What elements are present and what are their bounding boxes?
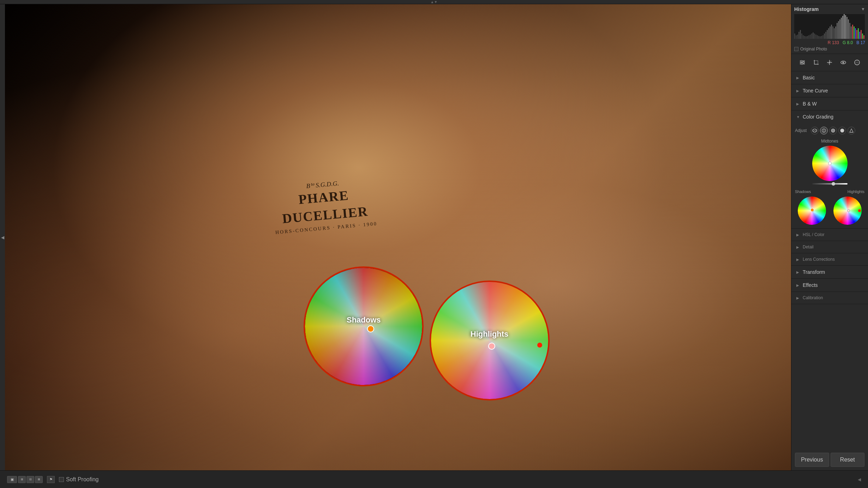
highlights-wheel-dot (847, 209, 850, 212)
tone-curve-collapse-arrow: ▶ (796, 89, 800, 93)
shadows-label: Shadows (795, 189, 811, 194)
svg-rect-40 (849, 23, 850, 39)
shadows-color-wheel[interactable] (798, 197, 826, 225)
svg-point-61 (813, 129, 816, 132)
svg-rect-14 (813, 32, 814, 39)
main-content: ◀ Bᵗᵉ S.G.D.G. PHARE DUCELLIER HORS-CONC… (0, 4, 868, 470)
adjust-label: Adjust (795, 128, 807, 133)
shadows-popup-overlay: Shadows (304, 266, 424, 386)
bw-section-header[interactable]: ▶ B & W (791, 97, 868, 110)
svg-rect-8 (804, 36, 805, 39)
original-photo-checkbox[interactable] (794, 47, 798, 51)
highlights-color-wheel-overlay (431, 282, 548, 399)
histogram-section: Histogram ▼ (791, 4, 868, 54)
hsl-section: ▶ HSL / Color (791, 229, 868, 241)
highlights-wheel-container (831, 197, 865, 225)
adjust-row: Adjust (795, 127, 864, 134)
shadows-highlights-labels: Shadows Highlights (795, 189, 864, 194)
heal-tool[interactable] (824, 57, 835, 68)
color-grading-section-header[interactable]: ▼ Color Grading (791, 110, 868, 123)
color-grading-content: Adjust (791, 123, 868, 228)
tone-curve-section-header[interactable]: ▶ Tone Curve (791, 84, 868, 97)
midtones-luminance-slider[interactable] (812, 183, 848, 185)
svg-rect-16 (815, 35, 816, 39)
detail-section: ▶ Detail (791, 241, 868, 253)
histogram-g-label: G 8.0 (843, 40, 853, 45)
svg-rect-23 (825, 32, 826, 39)
svg-rect-19 (820, 36, 821, 39)
adjust-blending-icon[interactable] (848, 127, 855, 134)
midtones-wheel-container[interactable] (795, 146, 864, 181)
left-panel-toggle[interactable]: ◀ (0, 4, 5, 470)
transform-section-header[interactable]: ▶ Transform (791, 266, 868, 278)
effects-section: ▶ Effects (791, 279, 868, 292)
grid-view-button[interactable]: ⊞ (18, 476, 26, 483)
effects-collapse-arrow: ▶ (796, 283, 800, 287)
develop-presets-tool[interactable] (797, 57, 808, 68)
effects-section-header[interactable]: ▶ Effects (791, 279, 868, 291)
svg-rect-11 (808, 35, 809, 39)
instrument-plate: Bᵗᵉ S.G.D.G. PHARE DUCELLIER HORS-CONCOU… (262, 176, 386, 236)
view-mode-buttons: ▣ ⊞ ⊟ ⊠ (7, 476, 43, 483)
histogram-arrow[interactable]: ▼ (861, 7, 865, 12)
adjust-all-icon[interactable] (811, 127, 819, 134)
hsl-section-header[interactable]: ▶ HSL / Color (791, 229, 868, 241)
highlights-color-wheel[interactable] (833, 197, 862, 225)
svg-rect-39 (848, 19, 849, 39)
color-grading-section-left: ▼ Color Grading (796, 114, 833, 120)
adjust-shadows-icon[interactable] (820, 127, 828, 134)
crop-tool[interactable] (810, 57, 822, 68)
calibration-section-title: Calibration (803, 295, 823, 300)
svg-rect-13 (811, 34, 812, 39)
detail-section-header[interactable]: ▶ Detail (791, 241, 868, 253)
bw-section-left: ▶ B & W (796, 101, 817, 107)
svg-rect-15 (814, 34, 815, 39)
adjust-highlights-icon[interactable] (838, 127, 846, 134)
histogram-b-label: B 17 (856, 40, 865, 45)
lens-collapse-arrow: ▶ (796, 258, 800, 261)
svg-rect-29 (834, 28, 835, 39)
soft-proofing-checkbox[interactable] (59, 477, 64, 482)
red-eye-tool[interactable] (838, 57, 849, 68)
original-photo-label: Original Photo (800, 47, 827, 52)
bottom-bar-right: ◀ (858, 477, 861, 482)
highlights-popup-label: Highlights (471, 330, 509, 339)
lens-corrections-section-title: Lens Corrections (803, 257, 835, 262)
loupe-view-button[interactable]: ▣ (7, 476, 17, 483)
highlights-popup-dot (488, 343, 495, 350)
original-photo-row: Original Photo (794, 47, 865, 52)
previous-button[interactable]: Previous (795, 453, 829, 467)
masking-tool[interactable] (851, 57, 863, 68)
adjust-icons (811, 127, 855, 134)
lens-corrections-section-header[interactable]: ▶ Lens Corrections (791, 253, 868, 265)
svg-rect-17 (817, 35, 818, 39)
image-overlay (5, 4, 791, 470)
highlights-red-edge-dot (858, 209, 861, 212)
adjust-midtones-icon[interactable] (829, 127, 837, 134)
color-grading-section: ▼ Color Grading Adjust (791, 110, 868, 229)
svg-rect-5 (800, 30, 801, 39)
basic-section-header[interactable]: ▶ Basic (791, 71, 868, 84)
svg-rect-6 (801, 34, 802, 39)
svg-point-65 (831, 129, 835, 132)
filmstrip-scroll-indicator: ◀ (858, 477, 861, 482)
flag-button[interactable]: ⚑ (47, 476, 55, 483)
svg-rect-21 (822, 35, 824, 39)
histogram-title: Histogram (794, 6, 819, 12)
svg-rect-36 (844, 14, 845, 39)
histogram-canvas (794, 14, 865, 39)
calibration-section-header[interactable]: ▶ Calibration (791, 292, 868, 304)
reset-button[interactable]: Reset (831, 453, 865, 467)
compare-view-button[interactable]: ⊟ (26, 476, 34, 483)
top-handle-bar: ▲▼ (0, 0, 868, 4)
svg-rect-18 (818, 36, 819, 39)
hsl-section-title: HSL / Color (803, 232, 825, 237)
svg-rect-45 (856, 30, 857, 39)
calibration-section: ▶ Calibration (791, 292, 868, 304)
midtones-color-wheel[interactable] (812, 146, 848, 181)
svg-rect-44 (855, 28, 856, 39)
shadows-color-wheel-overlay (305, 268, 422, 385)
highlights-label: Highlights (848, 189, 864, 194)
svg-rect-35 (842, 16, 843, 39)
survey-view-button[interactable]: ⊠ (35, 476, 43, 483)
